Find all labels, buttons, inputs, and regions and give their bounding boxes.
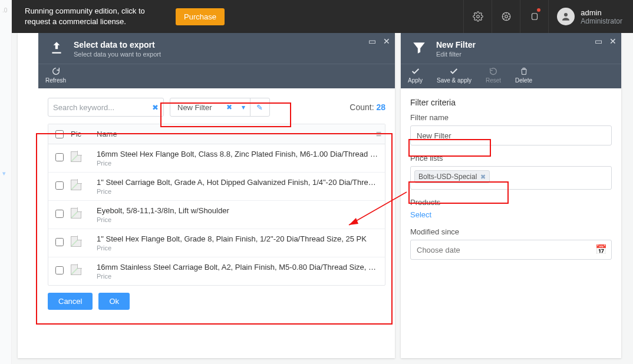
row-checkbox[interactable] [55, 153, 64, 161]
filter-toolbar: Apply Save & apply Reset Delete [401, 64, 621, 88]
broken-image-icon [71, 208, 81, 219]
help-icon[interactable] [492, 0, 520, 33]
cancel-button[interactable]: Cancel [48, 293, 93, 310]
user-menu[interactable]: admin Administrator [548, 0, 622, 33]
column-name: Name [97, 130, 385, 138]
column-pic: Pic [71, 130, 97, 138]
broken-image-icon [71, 236, 81, 247]
purchase-button[interactable]: Purchase [176, 8, 225, 25]
pricelist-tag: Bolts-USD-Special ✖ [414, 170, 490, 183]
minimize-filter-icon[interactable]: ▭ [595, 37, 602, 46]
product-table: Pic Name ≡ 16mm Steel Hex Flange Bolt, C… [48, 124, 385, 286]
table-row[interactable]: Eyebolt, 5/8-11,1-3/8In, Lift w/Shoulder… [48, 201, 385, 229]
upload-icon [48, 40, 65, 55]
row-checkbox[interactable] [55, 238, 64, 246]
close-filter-icon[interactable]: ✕ [609, 37, 616, 46]
broken-image-icon [71, 264, 81, 275]
broken-image-icon [71, 180, 81, 190]
license-banner-text[interactable]: Running community edition, click to requ… [25, 6, 166, 27]
settings-icon[interactable] [463, 0, 492, 33]
row-checkbox[interactable] [55, 210, 64, 218]
svg-point-2 [505, 15, 508, 18]
row-sub: Price [97, 188, 379, 195]
select-all-checkbox[interactable] [55, 130, 64, 138]
export-panel: Select data to export Select data you wa… [18, 33, 395, 358]
funnel-icon [410, 40, 428, 55]
avatar-icon [557, 8, 575, 25]
row-sub: Price [97, 244, 379, 252]
delete-button[interactable]: Delete [508, 67, 539, 84]
broken-image-icon [71, 151, 81, 162]
result-count: Count: 28 [350, 102, 385, 112]
refresh-button[interactable]: Refresh [38, 67, 73, 84]
row-name: 16mm Stainless Steel Carriage Bolt, A2, … [97, 263, 379, 272]
notifications-icon[interactable] [520, 0, 548, 33]
user-name: admin [581, 8, 622, 17]
calendar-icon[interactable]: 📅 [595, 244, 607, 255]
pricelists-input[interactable]: Bolts-USD-Special ✖ [410, 166, 612, 190]
row-checkbox[interactable] [55, 181, 64, 190]
export-panel-header: Select data to export Select data you wa… [38, 33, 395, 64]
filter-name-input[interactable] [410, 125, 612, 145]
row-checkbox[interactable] [55, 266, 64, 274]
export-toolbar: Refresh [38, 64, 395, 88]
row-name: Eyebolt, 5/8-11,1-3/8In, Lift w/Shoulder [97, 206, 379, 215]
export-title: Select data to export [74, 40, 161, 49]
products-label: Products [410, 198, 612, 207]
user-role: Administrator [581, 17, 622, 25]
edit-filter-icon[interactable]: ✎ [250, 98, 269, 117]
clear-filter-icon[interactable]: ✖ [222, 103, 237, 111]
svg-rect-3 [532, 14, 537, 20]
table-row[interactable]: 1" Steel Carriage Bolt, Grade A, Hot Dip… [48, 173, 385, 201]
close-panel-icon[interactable]: ✕ [383, 37, 390, 46]
filter-name-label: Filter name [410, 113, 612, 122]
reset-button: Reset [479, 67, 508, 84]
notification-dot-icon [537, 8, 540, 12]
svg-point-0 [477, 15, 480, 18]
top-banner: Running community edition, click to requ… [12, 0, 633, 33]
table-row[interactable]: 1" Steel Hex Flange Bolt, Grade 8, Plain… [48, 229, 385, 257]
row-name: 16mm Steel Hex Flange Bolt, Class 8.8, Z… [97, 150, 379, 158]
save-apply-button[interactable]: Save & apply [430, 67, 479, 84]
filter-title: New Filter [436, 40, 476, 49]
row-name: 1" Steel Carriage Bolt, Grade A, Hot Dip… [97, 178, 379, 187]
row-name: 1" Steel Hex Flange Bolt, Grade 8, Plain… [97, 234, 379, 243]
pricelists-label: Price lists [410, 154, 612, 163]
filter-selector[interactable]: New Filter ✖ ▾ ✎ [170, 98, 270, 117]
minimize-icon[interactable]: ▭ [368, 37, 376, 46]
modified-since-input[interactable] [410, 240, 612, 260]
row-sub: Price [97, 273, 379, 280]
active-filter-name: New Filter [170, 103, 222, 112]
modified-since-label: Modified since [410, 227, 612, 236]
row-sub: Price [97, 216, 379, 223]
criteria-heading: Filter criteria [410, 98, 612, 107]
table-menu-icon[interactable]: ≡ [376, 129, 381, 140]
svg-point-4 [564, 13, 568, 16]
search-input-wrapper: ✖ [48, 98, 164, 117]
table-row[interactable]: 16mm Steel Hex Flange Bolt, Class 8.8, Z… [48, 144, 385, 173]
table-row[interactable]: 16mm Stainless Steel Carriage Bolt, A2, … [48, 257, 385, 285]
clear-search-icon[interactable]: ✖ [152, 103, 159, 112]
filter-subtitle: Edit filter [436, 51, 476, 58]
filter-panel-header: New Filter Edit filter ▭ ✕ [401, 33, 621, 64]
remove-tag-icon[interactable]: ✖ [480, 173, 486, 181]
apply-button[interactable]: Apply [401, 67, 430, 84]
ok-button[interactable]: Ok [98, 293, 130, 310]
row-sub: Price [97, 160, 379, 167]
filter-dropdown-icon[interactable]: ▾ [237, 103, 250, 111]
search-input[interactable] [53, 103, 152, 112]
export-subtitle: Select data you want to export [74, 51, 161, 58]
filter-panel: New Filter Edit filter ▭ ✕ Apply Save & … [401, 33, 621, 358]
products-select-link[interactable]: Select [410, 210, 612, 219]
